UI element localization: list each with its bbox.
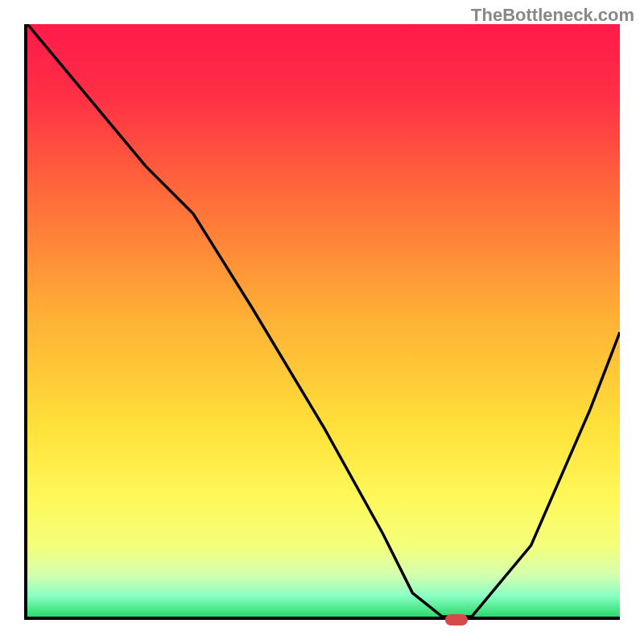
optimal-marker: [445, 614, 468, 625]
chart-container: TheBottleneck.com: [0, 0, 644, 644]
plot-area: [24, 24, 620, 620]
bottleneck-curve: [27, 24, 620, 617]
watermark-text: TheBottleneck.com: [471, 5, 634, 26]
